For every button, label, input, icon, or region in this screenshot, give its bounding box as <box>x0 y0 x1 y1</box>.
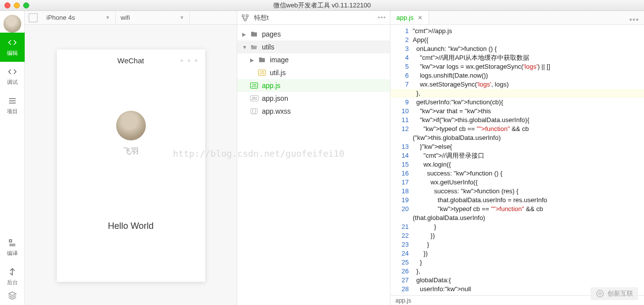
json-file-icon: JN <box>249 95 259 101</box>
debug-icon <box>7 67 17 77</box>
editor-tabs: app.js ✕ ••• <box>390 11 644 25</box>
folder-open-icon <box>249 44 259 50</box>
chevron-right-icon: ▶ <box>242 32 249 37</box>
js-file-icon: JS <box>249 83 259 88</box>
compile-icon <box>7 238 17 248</box>
code-icon <box>7 38 17 47</box>
svg-marker-7 <box>8 292 16 296</box>
js-file-icon: JS <box>257 70 267 76</box>
swap-icon <box>7 267 17 277</box>
phone-frame: WeChat ● ● ● 飞羽 Hello World <box>57 49 205 282</box>
tree-file-appwxss[interactable]: { } app.wxss <box>237 105 390 118</box>
phone-title: WeChat <box>118 56 144 65</box>
file-tree-panel: 特想t ••• ▶ pages ▼ utils ▶ image JS <box>237 11 390 305</box>
tree-item-label: utils <box>262 43 274 51</box>
tree-header: 特想t ••• <box>237 11 390 25</box>
sidebar-item-label: 编译 <box>7 250 18 257</box>
tab-appjs[interactable]: app.js ✕ <box>390 10 429 24</box>
phone-navbar: WeChat ● ● ● <box>57 49 205 71</box>
tree-item-label: app.json <box>262 94 288 102</box>
svg-rect-9 <box>246 15 248 17</box>
tree-folder-pages[interactable]: ▶ pages <box>237 28 390 41</box>
sidebar-item-label: 编辑 <box>7 49 18 57</box>
phone-nickname: 飞羽 <box>123 146 139 157</box>
wxss-file-icon: { } <box>249 108 259 114</box>
line-gutter: 1234567891011121314151617181920212223242… <box>390 25 413 295</box>
user-avatar[interactable] <box>3 15 21 33</box>
tree-file-utiljs[interactable]: JS util.js <box>237 66 390 79</box>
close-tab-icon[interactable]: ✕ <box>418 14 423 21</box>
editor-panel: app.js ✕ ••• 123456789101112131415161718… <box>390 11 644 305</box>
status-filename: app.js <box>395 297 411 304</box>
more-icon[interactable]: ••• <box>624 15 644 24</box>
folder-icon <box>249 31 259 38</box>
more-icon[interactable]: ••• <box>378 14 386 21</box>
code-editor[interactable]: 1234567891011121314151617181920212223242… <box>390 25 644 295</box>
sidebar-item-debug[interactable]: 调试 <box>0 62 25 91</box>
tree-file-appjson[interactable]: JN app.json <box>237 92 390 105</box>
window-title: 微信web开发者工具 v0.11.122100 <box>0 1 644 10</box>
chevron-right-icon: ▶ <box>250 57 257 63</box>
sidebar-item-project[interactable]: 项目 <box>0 91 25 120</box>
sidebar-item-edit[interactable]: 编辑 <box>0 33 25 62</box>
sidebar-item-compile[interactable]: 编译 <box>0 233 25 262</box>
simulator-toolbar: iPhone 4s ▼ wifi ▼ <box>25 11 237 25</box>
tree-file-appjs[interactable]: JS app.js <box>237 79 390 92</box>
tab-label: app.js <box>396 14 414 21</box>
simulator-stage: WeChat ● ● ● 飞羽 Hello World <box>25 25 237 305</box>
sidebar: 编辑 调试 项目 编译 后台 <box>0 11 25 305</box>
sidebar-item-label: 后台 <box>7 279 18 286</box>
phone-hello-text: Hello World <box>108 221 154 231</box>
tree-item-label: util.js <box>270 69 286 77</box>
window-controls <box>4 2 29 8</box>
sidebar-item-label: 项目 <box>7 108 18 115</box>
svg-rect-3 <box>9 240 12 242</box>
svg-rect-10 <box>244 19 246 21</box>
tree-header-label: 特想t <box>254 13 378 22</box>
sidebar-item-label: 调试 <box>7 79 18 86</box>
layers-icon[interactable] <box>8 291 17 302</box>
chevron-down-icon: ▼ <box>105 15 110 20</box>
svg-rect-8 <box>242 15 244 17</box>
device-select[interactable]: iPhone 4s ▼ <box>42 11 116 24</box>
zoom-icon[interactable] <box>23 2 29 8</box>
device-orientation-icon[interactable] <box>29 13 38 22</box>
tree-structure-icon[interactable] <box>241 14 250 22</box>
tree-folder-utils[interactable]: ▼ utils <box>237 41 390 53</box>
phone-avatar <box>116 111 146 140</box>
tree-folder-image[interactable]: ▶ image <box>237 53 390 66</box>
phone-body: 飞羽 Hello World <box>57 71 205 282</box>
tree-item-label: app.wxss <box>262 107 291 115</box>
code-content[interactable]: "cmt">//app.jsApp({ onLaunch: "kw">funct… <box>413 25 644 295</box>
chevron-down-icon: ▼ <box>242 44 249 50</box>
file-tree: ▶ pages ▼ utils ▶ image JS util.js <box>237 25 390 305</box>
network-select-value: wifi <box>121 14 130 21</box>
simulator-panel: iPhone 4s ▼ wifi ▼ WeChat ● ● ● 飞羽 Hello… <box>25 11 237 305</box>
sidebar-item-background[interactable]: 后台 <box>0 262 25 291</box>
titlebar: 微信web开发者工具 v0.11.122100 <box>0 0 644 11</box>
tree-item-label: app.js <box>262 82 280 89</box>
minimize-icon[interactable] <box>14 2 20 8</box>
tree-item-label: image <box>270 56 289 64</box>
folder-icon <box>257 56 267 63</box>
device-select-value: iPhone 4s <box>46 14 75 21</box>
chevron-down-icon: ▼ <box>179 15 184 20</box>
menu-icon <box>7 96 17 106</box>
network-select[interactable]: wifi ▼ <box>116 11 190 24</box>
close-icon[interactable] <box>4 2 10 8</box>
phone-menu-icon[interactable]: ● ● ● <box>180 57 199 64</box>
tree-item-label: pages <box>262 30 281 38</box>
